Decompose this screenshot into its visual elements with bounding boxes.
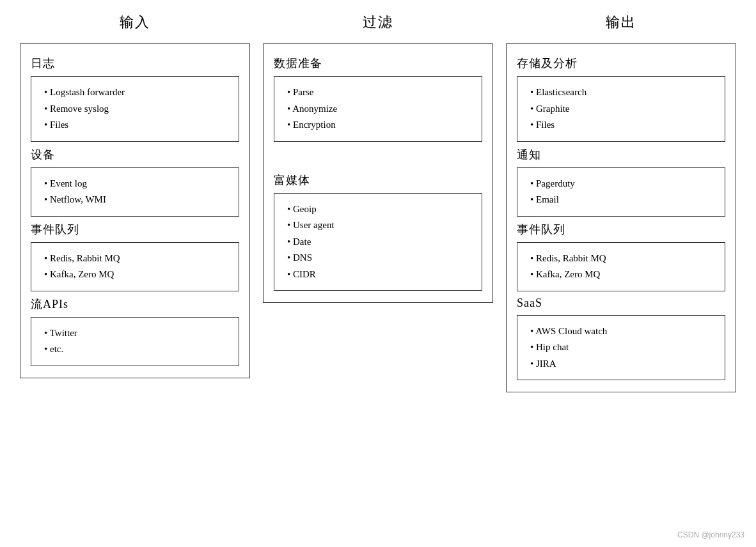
list-item: Netflow, WMI	[42, 192, 228, 208]
list-item: Anonymize	[285, 101, 471, 118]
inner-box-filter-1: GeoipUser agentDateDNSCIDR	[274, 193, 482, 291]
section-input-3: 流APIsTwitteretc.	[31, 297, 239, 366]
bullet-list-input-2: Redis, Rabbit MQKafka, Zero MQ	[42, 250, 228, 283]
bullet-list-output-1: PagerdutyEmail	[528, 176, 714, 208]
section-label-filter-1: 富媒体	[274, 173, 482, 188]
outer-box-input: 日志Logstash forwarderRemove syslogFiles设备…	[20, 43, 250, 378]
list-item: AWS Cloud watch	[528, 323, 714, 340]
inner-box-input-2: Redis, Rabbit MQKafka, Zero MQ	[31, 242, 239, 291]
list-item: CIDR	[285, 266, 471, 283]
section-label-output-3: SaaS	[517, 297, 725, 310]
watermark: CSDN @johnny233	[677, 530, 744, 539]
list-item: Graphite	[528, 101, 714, 118]
bullet-list-input-1: Event logNetflow, WMI	[42, 176, 228, 208]
list-item: Files	[42, 117, 228, 134]
inner-box-output-1: PagerdutyEmail	[517, 167, 725, 217]
section-label-input-3: 流APIs	[31, 297, 239, 312]
section-filter-1: 富媒体GeoipUser agentDateDNSCIDR	[274, 173, 482, 291]
list-item: User agent	[285, 217, 471, 234]
list-item: JIRA	[528, 356, 714, 373]
section-filter-0: 数据准备ParseAnonymizeEncryption	[274, 56, 482, 142]
list-item: Elasticsearch	[528, 84, 714, 101]
column-input: 输入日志Logstash forwarderRemove syslogFiles…	[13, 13, 256, 392]
section-label-input-1: 设备	[31, 147, 239, 162]
list-item: Kafka, Zero MQ	[42, 266, 228, 283]
bullet-list-filter-1: GeoipUser agentDateDNSCIDR	[285, 201, 471, 283]
section-output-1: 通知PagerdutyEmail	[517, 147, 725, 217]
list-item: Pagerduty	[528, 176, 714, 192]
inner-box-output-0: ElasticsearchGraphiteFiles	[517, 76, 725, 142]
list-item: etc.	[42, 341, 228, 358]
spacer	[274, 147, 482, 173]
inner-box-input-1: Event logNetflow, WMI	[31, 167, 239, 217]
list-item: Redis, Rabbit MQ	[528, 250, 714, 267]
section-output-2: 事件队列Redis, Rabbit MQKafka, Zero MQ	[517, 222, 725, 291]
list-item: Kafka, Zero MQ	[528, 266, 714, 283]
bullet-list-output-2: Redis, Rabbit MQKafka, Zero MQ	[528, 250, 714, 283]
list-item: Geoip	[285, 201, 471, 218]
inner-box-output-3: AWS Cloud watchHip chatJIRA	[517, 315, 725, 381]
list-item: Encryption	[285, 117, 471, 134]
outer-box-output: 存储及分析ElasticsearchGraphiteFiles通知Pagerdu…	[506, 43, 736, 392]
section-input-1: 设备Event logNetflow, WMI	[31, 147, 239, 217]
section-label-input-0: 日志	[31, 56, 239, 71]
list-item: Logstash forwarder	[42, 84, 228, 101]
column-title-filter: 过滤	[363, 13, 393, 32]
section-label-output-0: 存储及分析	[517, 56, 725, 71]
outer-box-filter: 数据准备ParseAnonymizeEncryption富媒体GeoipUser…	[263, 43, 493, 303]
bullet-list-output-0: ElasticsearchGraphiteFiles	[528, 84, 714, 134]
section-output-0: 存储及分析ElasticsearchGraphiteFiles	[517, 56, 725, 142]
list-item: Date	[285, 234, 471, 250]
column-filter: 过滤数据准备ParseAnonymizeEncryption富媒体GeoipUs…	[256, 13, 500, 392]
section-label-output-1: 通知	[517, 147, 725, 162]
list-item: Email	[528, 192, 714, 208]
bullet-list-input-3: Twitteretc.	[42, 325, 228, 358]
main-container: 输入日志Logstash forwarderRemove syslogFiles…	[13, 13, 743, 392]
list-item: DNS	[285, 250, 471, 266]
bullet-list-output-3: AWS Cloud watchHip chatJIRA	[528, 323, 714, 373]
inner-box-filter-0: ParseAnonymizeEncryption	[274, 76, 482, 142]
list-item: Files	[528, 117, 714, 134]
list-item: Twitter	[42, 325, 228, 342]
list-item: Hip chat	[528, 339, 714, 356]
list-item: Remove syslog	[42, 101, 228, 118]
column-title-output: 输出	[606, 13, 636, 32]
list-item: Redis, Rabbit MQ	[42, 250, 228, 267]
section-label-output-2: 事件队列	[517, 222, 725, 237]
list-item: Parse	[285, 84, 471, 101]
bullet-list-filter-0: ParseAnonymizeEncryption	[285, 84, 471, 134]
inner-box-input-0: Logstash forwarderRemove syslogFiles	[31, 76, 239, 142]
list-item: Event log	[42, 176, 228, 192]
inner-box-input-3: Twitteretc.	[31, 317, 239, 366]
section-output-3: SaaSAWS Cloud watchHip chatJIRA	[517, 297, 725, 381]
inner-box-output-2: Redis, Rabbit MQKafka, Zero MQ	[517, 242, 725, 291]
bullet-list-input-0: Logstash forwarderRemove syslogFiles	[42, 84, 228, 134]
section-label-filter-0: 数据准备	[274, 56, 482, 71]
section-label-input-2: 事件队列	[31, 222, 239, 237]
column-title-input: 输入	[120, 13, 150, 32]
section-input-2: 事件队列Redis, Rabbit MQKafka, Zero MQ	[31, 222, 239, 291]
column-output: 输出存储及分析ElasticsearchGraphiteFiles通知Pager…	[500, 13, 743, 392]
section-input-0: 日志Logstash forwarderRemove syslogFiles	[31, 56, 239, 142]
